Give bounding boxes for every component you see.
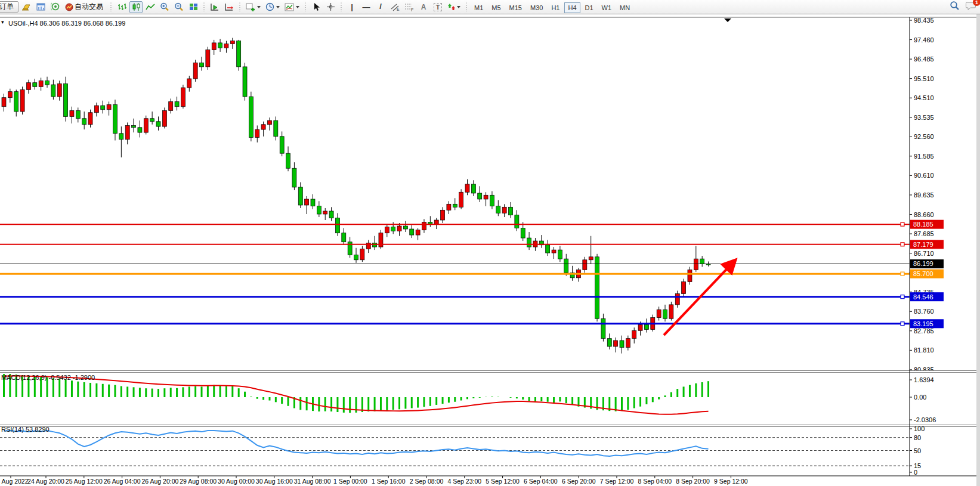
svg-text:81.810: 81.810 [914,346,934,354]
svg-text:84.546: 84.546 [913,293,933,301]
candlestick-mode-button[interactable] [129,1,143,13]
auto-scroll-icon [210,3,220,11]
tile-windows-button[interactable] [187,1,200,13]
cursor-icon [313,2,320,11]
toolbar-grip [303,2,308,13]
market-watch-button[interactable] [35,1,48,13]
timeframe-d1[interactable]: D1 [582,2,597,13]
svg-text:90.610: 90.610 [914,172,934,179]
hline-85.700[interactable]: 85.700 [0,270,944,278]
hline-88.185[interactable]: 88.185 [0,220,944,229]
timeframe-m15[interactable]: M15 [506,2,525,13]
macd-label: MACD(12,26,9) -0.5432 -1.2900 [1,374,95,381]
symbol-dropdown-caret[interactable]: ▾ [1,19,4,25]
toolbar-grip [339,2,344,13]
rsi-panel-separator[interactable] [0,425,980,427]
macd-pane: 1.63940.00-2.0306MACD(12,26,9) -0.5432 -… [1,374,936,423]
channel-icon: E [390,3,400,11]
svg-text:88.185: 88.185 [913,221,933,228]
candlestick-chart[interactable]: 98.43597.46096.48595.51094.51093.53592.5… [0,14,980,486]
periods-dropdown[interactable] [264,1,282,13]
toolbar: 订单 自动交易 [0,0,980,14]
indicators-icon [285,3,294,11]
svg-text:25 Aug 12:00: 25 Aug 12:00 [66,478,103,485]
svg-text:4 Sep 23:00: 4 Sep 23:00 [447,478,481,485]
autotrade-label: 自动交易 [75,2,103,12]
timeframe-m30[interactable]: M30 [527,2,546,13]
hline-87.179[interactable]: 87.179 [0,240,944,249]
autotrade-button[interactable]: 自动交易 [63,1,107,13]
vertical-line-tool[interactable]: | [345,1,358,13]
svg-text:87.179: 87.179 [913,241,933,248]
svg-text:86.710: 86.710 [914,250,934,257]
svg-text:9 Sep 12:00: 9 Sep 12:00 [714,478,748,485]
symbol-ohlc-label: USOil-,H4 86.306 86.319 86.068 86.199 [8,20,125,27]
timeframe-m1[interactable]: M1 [471,2,487,13]
notifications-button[interactable]: 1 [966,1,976,13]
svg-text:30 Aug 00:00: 30 Aug 00:00 [218,478,255,485]
terminal-window: 订单 自动交易 [0,0,980,486]
zoom-in-button[interactable] [158,1,171,13]
trendline-tool[interactable]: / [374,1,387,13]
svg-text:E: E [397,7,400,11]
search-button[interactable] [950,1,960,13]
arrows-objects-dropdown[interactable] [446,1,462,13]
toolbar-right-zone: 1 [950,1,976,13]
search-icon [950,1,960,11]
svg-text:0: 0 [914,469,917,476]
signals-button[interactable] [49,1,62,13]
macd-panel-separator[interactable] [0,370,980,373]
current-price-line[interactable]: 86.199 [0,259,944,268]
auto-scroll-button[interactable] [208,1,221,13]
svg-text:88.660: 88.660 [914,211,934,218]
new-chart-dropdown[interactable] [244,1,262,13]
new-order-button[interactable] [20,1,33,13]
svg-text:1 Sep 00:00: 1 Sep 00:00 [333,478,367,485]
svg-text:92.560: 92.560 [914,133,934,140]
svg-text:30 Aug 16:00: 30 Aug 16:00 [256,478,293,485]
text-tool[interactable]: A [417,1,430,13]
channel-tool[interactable]: E [388,1,401,13]
ohlc-bars-icon [118,3,126,11]
tile-windows-icon [189,3,198,11]
svg-text:95.510: 95.510 [914,75,934,82]
fibonacci-icon: F [404,3,414,11]
fibonacci-tool[interactable]: F [403,1,416,13]
text-label-tool[interactable]: T [431,1,444,13]
timeframe-m5[interactable]: M5 [488,2,504,13]
new-chart-icon [246,3,255,11]
gold-bar-icon [21,3,32,11]
candles-layer [2,38,710,354]
hline-83.195[interactable]: 83.195 [0,319,944,328]
svg-text:86.199: 86.199 [913,260,933,267]
chart-area: ▾ USOil-,H4 86.306 86.319 86.068 86.199 … [0,14,980,486]
clock-icon [265,2,274,11]
indicators-dropdown[interactable] [283,1,301,13]
timeframe-h1[interactable]: H1 [548,2,563,13]
arrow-objects-icon [447,3,455,11]
svg-text:6 Sep 20:00: 6 Sep 20:00 [562,478,596,485]
rsi-pane: 1008050150RSI(14) 53.8290 [0,425,925,476]
zoom-out-button[interactable] [172,1,186,13]
svg-text:96.485: 96.485 [914,55,934,63]
crosshair-tool-button[interactable] [324,1,337,13]
svg-text:31 Aug 08:00: 31 Aug 08:00 [294,478,331,485]
svg-text:7 Sep 12:00: 7 Sep 12:00 [600,478,634,485]
horizontal-line-tool[interactable]: — [360,1,373,13]
svg-text:83.195: 83.195 [913,320,933,327]
cursor-tool-button[interactable] [310,1,323,13]
zoom-out-icon [174,2,184,11]
bar-chart-mode-button[interactable] [115,1,128,13]
chart-shift-button[interactable] [222,1,236,13]
svg-text:87.685: 87.685 [914,230,934,237]
svg-text:0.00: 0.00 [914,394,926,401]
timeframe-h4[interactable]: H4 [564,2,580,13]
orders-button[interactable]: 订单 [0,1,18,13]
timeframe-mn[interactable]: MN [616,2,633,13]
hline-84.546[interactable]: 84.546 [0,292,944,301]
line-chart-mode-button[interactable] [144,1,157,13]
time-axis[interactable]: 24 Aug 202224 Aug 20:0025 Aug 12:0026 Au… [0,476,748,485]
timeframe-w1[interactable]: W1 [598,2,616,13]
rsi-line [4,431,709,456]
crosshair-icon [326,2,335,11]
